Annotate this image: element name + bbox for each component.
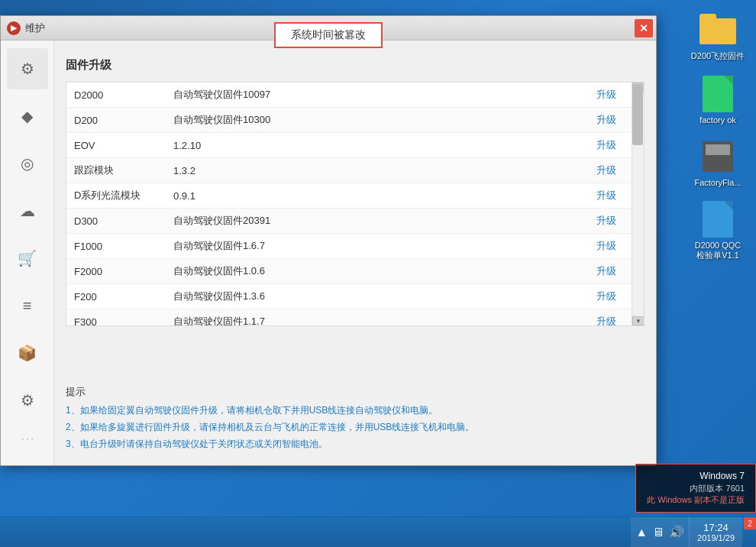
firmware-row-3: 跟踪模块 1.3.2 升级 [66,158,644,183]
sidebar-icon-box: 📦 [17,342,38,364]
window-close-button[interactable]: ✕ [635,19,653,37]
firmware-version-9: 自动驾驶仪固件1.1.7 [173,315,596,326]
firmware-row-0: D2000 自动驾驶仪固件10097 升级 [66,83,644,108]
sidebar-item-2[interactable]: ◎ [7,143,48,184]
desktop-icon-d2000-label: D2000 QQC 检验单V1.1 [690,241,745,261]
tips-title: 提示 [66,385,645,399]
taskbar-volume-icon[interactable]: 🔊 [669,525,684,539]
sidebar-item-6[interactable]: 📦 [7,332,48,374]
tips-items: 1、如果给固定翼自动驾驶仪固件升级，请将相机仓取下并用USB线连接自动驾驶仪和电… [66,403,645,451]
sidebar-item-1[interactable]: ◆ [7,95,48,137]
win-notice-activation: 此 Windows 副本不是正版 [647,494,745,506]
folder-icon [699,11,736,47]
window-app-icon: ▶ [7,21,21,35]
firmware-upgrade-btn-0[interactable]: 升级 [596,88,632,102]
win-notice-line1: Windows 7 [647,471,745,481]
sidebar-ellipsis: ⋯ [21,427,34,450]
firmware-row-7: F2000 自动驾驶仪固件1.0.6 升级 [66,259,644,284]
firmware-upgrade-btn-1[interactable]: 升级 [596,113,632,127]
taskbar-right: ▲ 🖥 🔊 17:24 2019/1/29 2 [631,517,756,547]
firmware-name-1: D200 [74,115,173,126]
firmware-upgrade-btn-5[interactable]: 升级 [596,214,632,228]
doc-icon-blue-img [699,201,736,238]
firmware-table-inner[interactable]: D2000 自动驾驶仪固件10097 升级 D200 自动驾驶仪固件10300 … [66,82,645,326]
desktop-icon-d200[interactable]: D200飞控固件 [687,8,748,65]
firmware-upgrade-btn-8[interactable]: 升级 [596,290,632,303]
firmware-table: D2000 自动驾驶仪固件10097 升级 D200 自动驾驶仪固件10300 … [66,82,645,377]
desktop-icon-factory-ok[interactable]: factory ok [687,73,748,128]
firmware-row-5: D300 自动驾驶仪固件20391 升级 [66,209,644,234]
sidebar-item-7[interactable]: ⚙ [7,380,48,421]
firmware-name-2: EOV [74,140,173,151]
sidebar-icon-circle: ◎ [17,153,38,174]
firmware-row-6: F1000 自动驾驶仪固件1.6.7 升级 [66,234,644,259]
scrollbar-thumb[interactable] [632,84,643,145]
tips-item-0: 1、如果给固定翼自动驾驶仪固件升级，请将相机仓取下并用USB线连接自动驾驶仪和电… [66,403,645,417]
firmware-version-0: 自动驾驶仪固件10097 [173,88,596,102]
desktop: D200飞控固件 factory ok FactoryFla... D2000 … [0,0,756,547]
sidebar-item-0[interactable]: ⚙ [7,48,48,89]
firmware-name-0: D2000 [74,89,173,101]
firmware-version-1: 自动驾驶仪固件10300 [173,113,596,127]
alert-text: 系统时间被篡改 [291,28,366,40]
tips-section: 提示 1、如果给固定翼自动驾驶仪固件升级，请将相机仓取下并用USB线连接自动驾驶… [66,385,645,454]
firmware-version-7: 自动驾驶仪固件1.0.6 [173,264,596,278]
alert-banner: 系统时间被篡改 [274,22,383,48]
firmware-name-5: D300 [74,215,173,227]
desktop-icons: D200飞控固件 factory ok FactoryFla... D2000 … [687,8,748,264]
tips-item-2: 3、电台升级时请保持自动驾驶仪处于关闭状态或关闭智能电池。 [66,437,645,451]
sidebar-icon-cart: 🛒 [17,248,38,269]
firmware-name-3: 跟踪模块 [74,163,173,177]
firmware-row-2: EOV 1.2.10 升级 [66,133,644,158]
win-activation-notice: Windows 7 内部版本 7601 此 Windows 副本不是正版 [635,464,756,513]
notification-area: ▲ 🖥 🔊 [631,517,689,547]
firmware-name-8: F200 [74,291,173,303]
date-display: 2019/1/29 [697,533,735,542]
firmware-version-2: 1.2.10 [173,140,596,151]
firmware-name-7: F2000 [74,266,173,277]
firmware-name-9: F300 [74,316,173,327]
sidebar-icon-diamond: ◆ [17,105,38,127]
win-notice-build: 内部版本 7601 [647,483,745,494]
firmware-upgrade-btn-2[interactable]: 升级 [596,138,632,152]
window-title: 维护 [25,21,45,35]
firmware-row-4: D系列光流模块 0.9.1 升级 [66,183,644,209]
taskbar: ▲ 🖥 🔊 17:24 2019/1/29 2 [0,516,756,547]
sidebar-item-3[interactable]: ☁ [7,190,48,231]
sidebar-icon-cloud: ☁ [17,200,38,222]
firmware-row-1: D200 自动驾驶仪固件10300 升级 [66,108,644,133]
firmware-upgrade-btn-7[interactable]: 升级 [596,264,632,278]
firmware-upgrade-btn-4[interactable]: 升级 [596,189,632,202]
sidebar-item-5[interactable]: ≡ [7,285,48,326]
firmware-name-6: F1000 [74,241,173,252]
firmware-upgrade-btn-9[interactable]: 升级 [596,315,632,326]
taskbar-up-arrow[interactable]: ▲ [635,526,648,539]
tips-item-1: 2、如果给多旋翼进行固件升级，请保持相机及云台与飞机的正常连接，并用USB线连接… [66,420,645,434]
desktop-icon-factory-fla-label: FactoryFla... [694,178,741,187]
desktop-icon-factory-ok-label: factory ok [699,115,736,125]
desktop-icon-factory-fla[interactable]: FactoryFla... [687,135,748,190]
scrollbar-track[interactable]: ▲ ▼ [632,83,644,325]
scroll-arrow-down[interactable]: ▼ [632,316,645,325]
sidebar-item-4[interactable]: 🛒 [7,238,48,279]
firmware-version-8: 自动驾驶仪固件1.3.6 [173,290,596,303]
firmware-version-6: 自动驾驶仪固件1.6.7 [173,239,596,253]
firmware-upgrade-btn-3[interactable]: 升级 [596,163,632,177]
time-block[interactable]: 17:24 2019/1/29 [689,517,742,547]
desktop-icon-d200-label: D200飞控固件 [691,50,745,62]
time-display: 17:24 [703,522,729,533]
firmware-upgrade-btn-6[interactable]: 升级 [596,239,632,253]
doc-icon-green-img [699,76,736,112]
firmware-name-4: D系列光流模块 [74,189,173,202]
taskbar-network-icon[interactable]: 🖥 [652,526,664,539]
sidebar-icon-menu: ≡ [17,295,38,316]
firmware-rows: D2000 自动驾驶仪固件10097 升级 D200 自动驾驶仪固件10300 … [66,83,644,326]
section-firmware-title: 固件升级 [66,58,645,73]
main-panel: 固件升级 D2000 自动驾驶仪固件10097 升级 D200 自动驾驶仪固件1… [54,40,656,465]
window-content: ⚙ ◆ ◎ ☁ 🛒 ≡ 📦 [1,40,656,465]
window-titlebar: ▶ 维护 系统时间被篡改 ✕ [1,16,656,40]
sidebar: ⚙ ◆ ◎ ☁ 🛒 ≡ 📦 [1,40,54,465]
firmware-version-5: 自动驾驶仪固件20391 [173,214,596,228]
notification-badge[interactable]: 2 [744,517,756,529]
desktop-icon-d2000-qqc[interactable]: D2000 QQC 检验单V1.1 [687,198,748,264]
